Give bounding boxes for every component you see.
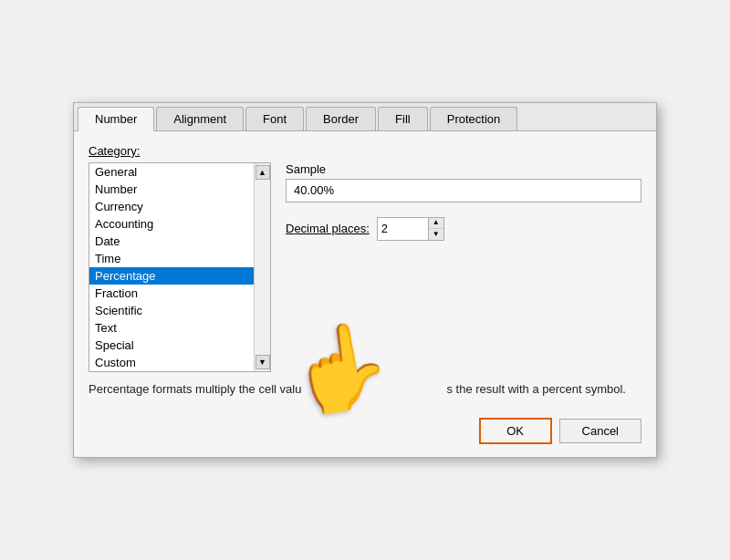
- category-label: Category:: [89, 144, 641, 158]
- spin-down-btn[interactable]: ▼: [429, 229, 443, 240]
- description-hand-gap: eeeeeeeeeeeeeeeeeeeeee: [301, 382, 446, 396]
- category-item-general[interactable]: General: [89, 163, 254, 181]
- category-item-time[interactable]: Time: [89, 250, 254, 267]
- category-item-date[interactable]: Date: [89, 233, 254, 250]
- tab-font[interactable]: Font: [245, 107, 304, 130]
- category-scrollbar[interactable]: ▲ ▼: [254, 163, 270, 371]
- main-row: General Number Currency Accounting Date …: [89, 162, 641, 372]
- decimal-row: Decimal places: ▲ ▼: [286, 217, 641, 241]
- tab-bar: Number Alignment Font Border Fill Protec…: [74, 103, 656, 131]
- dialog-body: Category: General Number Currency Accoun…: [74, 131, 656, 409]
- decimal-label: Decimal places:: [286, 222, 370, 235]
- category-inner: General Number Currency Accounting Date …: [89, 163, 270, 371]
- cancel-button[interactable]: Cancel: [559, 419, 641, 443]
- ok-button[interactable]: OK: [479, 418, 552, 444]
- sample-section: Sample 40.00%: [286, 162, 641, 202]
- tab-alignment[interactable]: Alignment: [156, 107, 244, 130]
- scroll-down-btn[interactable]: ▼: [256, 355, 270, 369]
- decimal-input[interactable]: [378, 218, 428, 240]
- description-area: Percentage formats multiply the cell val…: [89, 372, 641, 398]
- tab-number[interactable]: Number: [78, 107, 154, 131]
- button-row: OK Cancel: [74, 409, 656, 457]
- right-panel: Sample 40.00% Decimal places: ▲ ▼: [286, 162, 641, 372]
- tab-border[interactable]: Border: [306, 107, 376, 130]
- category-item-number[interactable]: Number: [89, 181, 254, 198]
- category-list-container: General Number Currency Accounting Date …: [89, 162, 271, 372]
- scroll-up-btn[interactable]: ▲: [256, 165, 270, 180]
- description-suffix: s the result with a percent symbol.: [446, 382, 626, 396]
- category-item-percentage[interactable]: Percentage: [89, 267, 254, 285]
- category-item-scientific[interactable]: Scientific: [89, 302, 254, 319]
- category-item-special[interactable]: Special: [89, 337, 254, 354]
- decimal-label-underline: D: [286, 222, 294, 235]
- spin-buttons: ▲ ▼: [428, 218, 443, 240]
- decimal-label-rest: ecimal places:: [294, 222, 369, 235]
- sample-value: 40.00%: [286, 179, 641, 202]
- tab-fill[interactable]: Fill: [378, 107, 428, 130]
- format-cells-dialog: Number Alignment Font Border Fill Protec…: [73, 102, 657, 458]
- category-item-accounting[interactable]: Accounting: [89, 215, 254, 233]
- category-item-currency[interactable]: Currency: [89, 198, 254, 215]
- category-item-custom[interactable]: Custom: [89, 354, 254, 371]
- decimal-input-wrap: ▲ ▼: [377, 217, 444, 241]
- spin-up-btn[interactable]: ▲: [429, 218, 443, 229]
- sample-label: Sample: [286, 162, 641, 176]
- category-item-text[interactable]: Text: [89, 319, 254, 337]
- description-text: Percentage formats multiply the cell val…: [89, 382, 301, 396]
- tab-protection[interactable]: Protection: [430, 107, 518, 130]
- category-item-fraction[interactable]: Fraction: [89, 285, 254, 302]
- category-list: General Number Currency Accounting Date …: [89, 163, 254, 371]
